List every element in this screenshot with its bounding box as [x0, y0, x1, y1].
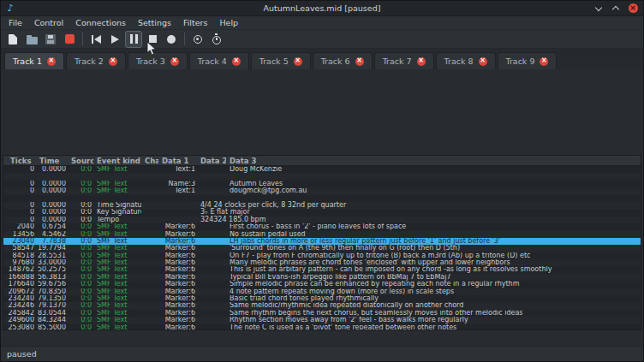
menu-item-file[interactable]: File [3, 16, 28, 30]
tab-close-icon[interactable] [355, 57, 364, 66]
event-row[interactable]: 23424679.13700:0SMF TextMarker:6Same mel… [3, 302, 641, 309]
cell-d3: Same melodic/rhythmic idea repeated diat… [226, 302, 641, 309]
event-row[interactable]: 24960084.32440:0SMF TextMarker:6Rhythm s… [3, 317, 641, 323]
event-row[interactable]: 134564.54620:0SMF TextMarker:6No sustain… [3, 231, 641, 238]
cell-chan [141, 288, 158, 295]
save-file-button[interactable] [42, 31, 59, 48]
menu-item-connections[interactable]: Connections [69, 16, 132, 30]
cell-d3: Typical Bill Evans-ish arpeggio like pat… [226, 274, 641, 281]
record-arm-button[interactable] [61, 31, 78, 48]
event-row[interactable]: 17664059.67560:0SMF TextMarker:6Simple m… [3, 281, 641, 288]
cell-ticks: 84518 [3, 252, 36, 259]
tab-close-icon[interactable] [109, 57, 117, 66]
event-row[interactable]: 20967270.83500:0SMF TextMarker:64 note p… [3, 288, 641, 295]
event-row[interactable]: 25308085.50000:0SMF TextMarker:6The note… [3, 324, 641, 329]
skip-to-start-button[interactable] [87, 31, 104, 48]
event-row[interactable]: 8451828.55310:0SMF TextMarker:6On F7 - p… [3, 252, 641, 259]
cell-d3 [226, 209, 641, 216]
tab-close-icon[interactable] [232, 57, 241, 66]
cell-d3: LH jabs chords in more or less regular p… [226, 238, 641, 245]
cell-ticks: 245842 [3, 310, 36, 317]
event-row[interactable]: 14876250.25750:0SMF TextMarker:6This is … [3, 266, 641, 273]
column-header-event-kind[interactable]: Event kind [93, 156, 141, 165]
timer-button[interactable] [208, 31, 225, 48]
cell-d1: Marker:6 [158, 274, 197, 281]
tab-track-3[interactable]: Track 3 [128, 52, 188, 69]
tab-track-6[interactable]: Track 6 [313, 52, 373, 69]
event-row[interactable]: 16688856.38130:0SMF TextMarker:6Typical … [3, 274, 641, 281]
cell-time: 33.0000 [36, 259, 68, 266]
cell-d1: Marker:6 [158, 238, 197, 245]
menu-item-control[interactable]: Control [28, 16, 69, 30]
cell-chan [141, 266, 158, 273]
cell-kind: SMF Text [93, 238, 141, 245]
cell-ticks: 0 [3, 181, 36, 187]
event-row-blank[interactable] [3, 173, 641, 180]
toolbar-separator [184, 33, 185, 45]
tab-track-4[interactable]: Track 4 [189, 52, 249, 69]
event-row[interactable]: 9768033.00000:0SMF TextMarker:6Many melo… [3, 259, 641, 266]
column-header-source[interactable]: Source [68, 156, 93, 165]
cell-chan [141, 217, 158, 223]
cell-time: 0.6754 [36, 223, 68, 230]
pause-button[interactable] [125, 31, 142, 48]
column-header-chan[interactable]: Chan [141, 156, 158, 165]
cell-d2 [197, 166, 226, 173]
event-row[interactable]: 00.00000:0Time Signature4/4 24 clocks pe… [3, 202, 641, 209]
event-row[interactable]: 23424079.13500:0SMF TextMarker:6Basic tr… [3, 295, 641, 302]
record-button[interactable] [163, 31, 180, 48]
column-header-data-1[interactable]: Data 1 [158, 156, 197, 165]
play-button[interactable] [106, 31, 123, 48]
event-row[interactable]: 5854719.77940:0SMF TextMarker:6'Surround… [3, 245, 641, 252]
tab-track-7[interactable]: Track 7 [374, 52, 434, 69]
tab-track-1[interactable]: Track 1 [4, 52, 64, 69]
tab-track-2[interactable]: Track 2 [66, 52, 126, 69]
record-icon [167, 35, 176, 44]
column-header-ticks[interactable]: Ticks [3, 156, 36, 165]
tab-close-icon[interactable] [417, 57, 426, 66]
cell-d3: 'Surround' tones on A (the 9th) then fin… [226, 245, 641, 252]
cell-chan [141, 195, 158, 202]
menu-item-help[interactable]: Help [213, 16, 244, 30]
cell-ticks: 148762 [3, 266, 36, 273]
tab-close-icon[interactable] [540, 57, 548, 66]
title-bar[interactable]: AutumnLeaves.mid [paused] [1, 1, 643, 16]
cell-chan [141, 274, 158, 281]
loop-button[interactable] [189, 31, 206, 48]
tab-close-icon[interactable] [47, 57, 56, 66]
event-row[interactable]: 24584283.05440:0SMF TextMarker:6Same rhy… [3, 310, 641, 317]
cell-d1: Marker:6 [158, 302, 197, 309]
tab-track-8[interactable]: Track 8 [436, 52, 496, 69]
tab-track-5[interactable]: Track 5 [251, 52, 311, 69]
close-button[interactable] [626, 3, 640, 15]
tab-close-icon[interactable] [479, 57, 487, 66]
event-row[interactable]: 00.00000:0Tempo324324 185.0 bpm [3, 217, 641, 223]
minimize-button[interactable] [592, 3, 605, 15]
cell-ticks: 97680 [3, 259, 36, 266]
tab-track-9[interactable]: Track 9 [498, 52, 558, 69]
event-row[interactable]: 230407.78380:0SMF TextMarker:6LH jabs ch… [3, 238, 641, 245]
menu-item-filters[interactable]: Filters [177, 16, 213, 30]
event-row[interactable]: 20400.67540:0SMF TextMarker:6First choru… [3, 223, 641, 230]
cell-d1: Name:3 [158, 181, 197, 187]
cell-source: 0:0 [68, 288, 93, 295]
column-header-data-3[interactable]: Data 3 [226, 156, 641, 165]
event-row[interactable]: 00.00000:0SMF TextText:1Doug McKenzie [3, 166, 641, 173]
tab-close-icon[interactable] [294, 57, 302, 66]
cell-kind: SMF Text [93, 266, 141, 273]
event-row[interactable]: 00.00000:0SMF TextName:3Autumn Leaves [3, 181, 641, 187]
maximize-button[interactable] [609, 3, 623, 15]
menu-item-settings[interactable]: Settings [132, 16, 177, 30]
column-header-data-2[interactable]: Data 2 [197, 156, 226, 165]
cell-ticks: 58547 [3, 245, 36, 252]
cell-d1: Marker:6 [158, 266, 197, 273]
event-table: TicksTimeSourceEvent kindChanData 1Data … [3, 155, 641, 330]
tab-close-icon[interactable] [170, 57, 179, 66]
cell-chan [141, 310, 158, 317]
column-header-time[interactable]: Time [36, 156, 68, 165]
open-file-button[interactable] [23, 31, 40, 48]
new-file-button[interactable] [4, 31, 21, 48]
cell-d3: No sustain pedal used [226, 231, 641, 238]
event-row[interactable]: 00.00000:0SMF TextText:1dougmck@tpg.com.… [3, 187, 641, 194]
event-row[interactable]: 00.00000:0Key Signature3♭ E flat major [3, 209, 641, 216]
